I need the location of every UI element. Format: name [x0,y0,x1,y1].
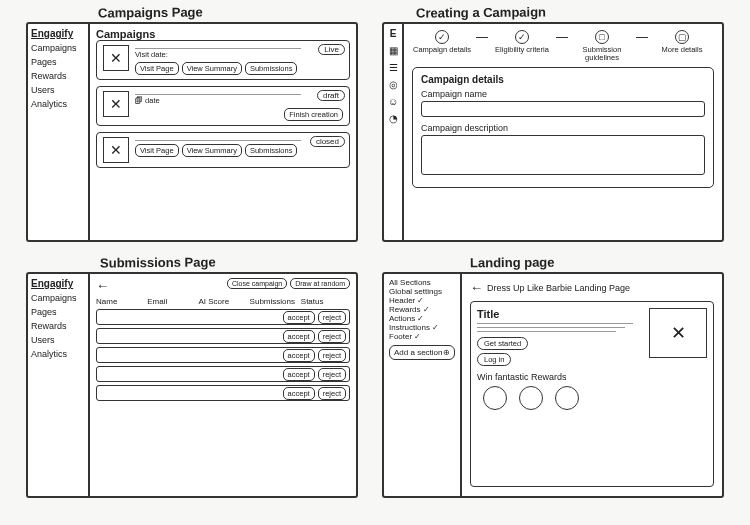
landing-nav-item[interactable]: Actions ✓ [389,314,455,323]
target-icon[interactable]: ◎ [389,79,398,90]
nav-pages[interactable]: Pages [31,57,85,67]
submissions-button[interactable]: Submissions [245,144,298,157]
nav-users[interactable]: Users [31,335,85,345]
rewards-row [477,386,707,410]
campaign-card: ✕ Visit Page View Summary Submissions cl… [96,132,350,168]
nav-rewards[interactable]: Rewards [31,71,85,81]
nav-users[interactable]: Users [31,85,85,95]
landing-nav-item[interactable]: Instructions ✓ [389,323,455,332]
clock-icon[interactable]: ◔ [389,113,398,124]
plus-icon: ⊕ [443,348,450,357]
campaign-details-form: Campaign details Campaign name Campaign … [412,67,714,188]
campaign-description-label: Campaign description [421,123,705,133]
campaign-meta-label: Visit date: [135,50,343,59]
text-placeholder [135,92,301,95]
list-icon[interactable]: ☰ [389,62,398,73]
reject-button[interactable]: reject [318,387,346,400]
draw-random-button[interactable]: Draw at random [290,278,350,289]
campaign-thumbnail: ✕ [103,91,129,117]
landing-preview: Title Get started Log in ✕ Win fantastic… [470,301,714,487]
get-started-button[interactable]: Get started [477,337,528,350]
mini-sidebar: E ▦ ☰ ◎ ☺ ◔ [384,24,404,240]
create-main: ✓ Campaign details ✓ Eligibility criteri… [404,24,722,240]
accept-button[interactable]: accept [283,330,315,343]
text-placeholder [477,325,625,328]
landing-nav-item[interactable]: Global settings [389,287,455,296]
back-arrow-icon[interactable]: ← [470,280,483,295]
nav-campaigns[interactable]: Campaigns [31,43,85,53]
hero-title: Title [477,308,641,320]
login-button[interactable]: Log in [477,353,511,366]
table-row: acceptreject [96,385,350,401]
landing-nav-item[interactable]: Rewards ✓ [389,305,455,314]
step-campaign-details[interactable]: ✓ Campaign details [412,30,472,54]
step-eligibility[interactable]: ✓ Eligibility criteria [492,30,552,54]
view-summary-button[interactable]: View Summary [182,62,242,75]
reject-button[interactable]: reject [318,311,346,324]
landing-nav-item[interactable]: All Sections [389,278,455,287]
nav-analytics[interactable]: Analytics [31,99,85,109]
accept-button[interactable]: accept [283,368,315,381]
submissions-panel: Engagify Campaigns Pages Rewards Users A… [26,272,358,498]
sidebar: Engagify Campaigns Pages Rewards Users A… [28,24,90,240]
col-name: Name [96,297,145,306]
rewards-section-title: Win fantastic Rewards [477,372,707,382]
nav-campaigns[interactable]: Campaigns [31,293,85,303]
landing-main: ← Dress Up Like Barbie Landing Page Titl… [462,274,722,496]
campaigns-panel: Engagify Campaigns Pages Rewards Users A… [26,22,358,242]
step-connector [476,37,488,38]
status-badge-draft: draft [317,90,345,101]
col-email: Email [147,297,196,306]
step-submission[interactable]: □ Submission guidelines [572,30,632,61]
step-done-icon: ✓ [515,30,529,44]
view-summary-button[interactable]: View Summary [182,144,242,157]
text-placeholder [135,46,301,49]
landing-nav-item[interactable]: Header ✓ [389,296,455,305]
nav-pages[interactable]: Pages [31,307,85,317]
accept-button[interactable]: accept [283,349,315,362]
submissions-button[interactable]: Submissions [245,62,298,75]
brand-letter: E [390,28,397,39]
submissions-main: ← Close campaign Draw at random Name Ema… [90,274,356,496]
user-icon[interactable]: ☺ [388,96,398,107]
col-ai-score: AI Score [198,297,247,306]
table-header: Name Email AI Score Submissions Status [96,297,350,306]
visit-page-button[interactable]: Visit Page [135,144,179,157]
col-status: Status [301,297,350,306]
nav-analytics[interactable]: Analytics [31,349,85,359]
table-row: acceptreject [96,366,350,382]
finish-creation-button[interactable]: Finish creation [284,108,343,121]
reward-item [519,386,543,410]
campaigns-panel-title: Campaigns Page [98,5,203,21]
step-connector [556,37,568,38]
nav-rewards[interactable]: Rewards [31,321,85,331]
stepper: ✓ Campaign details ✓ Eligibility criteri… [412,30,714,61]
campaign-card: ✕ 🗐 date Finish creation draft [96,86,350,126]
table-row: acceptreject [96,328,350,344]
visit-page-button[interactable]: Visit Page [135,62,179,75]
campaign-name-input[interactable] [421,101,705,117]
text-placeholder [135,138,301,141]
add-section-button[interactable]: Add a section ⊕ [389,345,455,360]
campaigns-main: Campaigns ✕ Visit date: Visit Page View … [90,24,356,240]
reward-item [483,386,507,410]
grid-icon[interactable]: ▦ [389,45,398,56]
reject-button[interactable]: reject [318,349,346,362]
step-done-icon: ✓ [435,30,449,44]
accept-button[interactable]: accept [283,387,315,400]
campaign-meta-label: 🗐 date [135,96,343,105]
accept-button[interactable]: accept [283,311,315,324]
campaign-description-input[interactable] [421,135,705,175]
create-panel: E ▦ ☰ ◎ ☺ ◔ ✓ Campaign details ✓ Eligibi… [382,22,724,242]
brand-logo: Engagify [31,278,85,289]
reject-button[interactable]: reject [318,330,346,343]
step-more-details[interactable]: ▢ More details [652,30,712,54]
table-row: acceptreject [96,309,350,325]
back-arrow-icon[interactable]: ← [96,278,109,293]
landing-nav-item[interactable]: Footer ✓ [389,332,455,341]
brand-logo: Engagify [31,28,85,39]
campaign-card: ✕ Visit date: Visit Page View Summary Su… [96,40,350,80]
close-campaign-button[interactable]: Close campaign [227,278,287,289]
reject-button[interactable]: reject [318,368,346,381]
table-row: acceptreject [96,347,350,363]
